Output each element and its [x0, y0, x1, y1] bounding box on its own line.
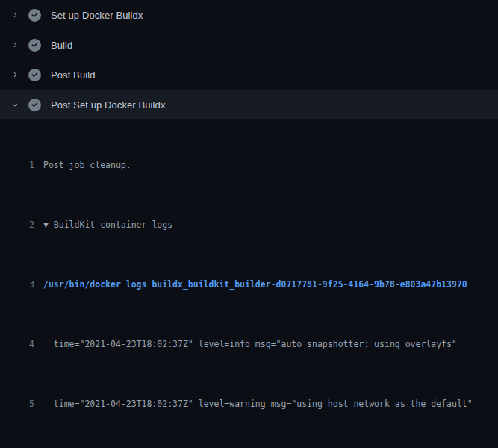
- log-lines-container: 1 Post job cleanup. 2 ▼ BuildKit contain…: [0, 119, 498, 448]
- log-line-number[interactable]: 3: [0, 277, 34, 292]
- check-circle-icon: [28, 69, 41, 81]
- log-line: 2 ▼ BuildKit container logs: [0, 217, 498, 232]
- log-line-text: time="2021-04-23T18:02:37Z" level=warnin…: [43, 396, 498, 411]
- actions-log-viewer: Set up Docker Buildx Build Post Build: [0, 0, 498, 448]
- log-line-text: time="2021-04-23T18:02:37Z" level=info m…: [43, 337, 498, 352]
- step-header-post-set-up-docker-buildx[interactable]: Post Set up Docker Buildx: [0, 90, 498, 119]
- log-line: 1 Post job cleanup.: [0, 158, 498, 172]
- step-header-build[interactable]: Build: [0, 30, 498, 60]
- chevron-down-icon: [9, 99, 21, 111]
- step-label: Post Build: [51, 69, 96, 81]
- log-line-text: /usr/bin/docker logs buildx_buildkit_bui…: [43, 277, 498, 292]
- check-circle-icon: [28, 99, 41, 111]
- check-circle-icon: [28, 39, 41, 52]
- log-line: 4 time="2021-04-23T18:02:37Z" level=info…: [0, 337, 498, 352]
- check-circle-icon: [28, 9, 41, 22]
- log-line-number[interactable]: 5: [0, 396, 34, 411]
- log-line: 3 /usr/bin/docker logs buildx_buildkit_b…: [0, 277, 498, 292]
- step-label: Set up Docker Buildx: [51, 10, 143, 21]
- steps-list: Set up Docker Buildx Build Post Build: [0, 0, 498, 119]
- log-line-number[interactable]: 2: [0, 217, 34, 232]
- log-line-number[interactable]: 4: [0, 337, 34, 352]
- step-header-set-up-docker-buildx[interactable]: Set up Docker Buildx: [0, 0, 498, 30]
- log-line-text: Post job cleanup.: [43, 158, 498, 172]
- step-label: Post Set up Docker Buildx: [51, 99, 166, 111]
- step-header-post-build[interactable]: Post Build: [0, 60, 498, 90]
- chevron-right-icon: [9, 39, 21, 51]
- step-label: Build: [51, 40, 72, 51]
- log-line-text[interactable]: ▼ BuildKit container logs: [43, 217, 498, 232]
- log-line: 5 time="2021-04-23T18:02:37Z" level=warn…: [0, 396, 498, 411]
- chevron-right-icon: [9, 9, 21, 21]
- log-line-number[interactable]: 1: [0, 158, 34, 172]
- chevron-right-icon: [9, 69, 21, 81]
